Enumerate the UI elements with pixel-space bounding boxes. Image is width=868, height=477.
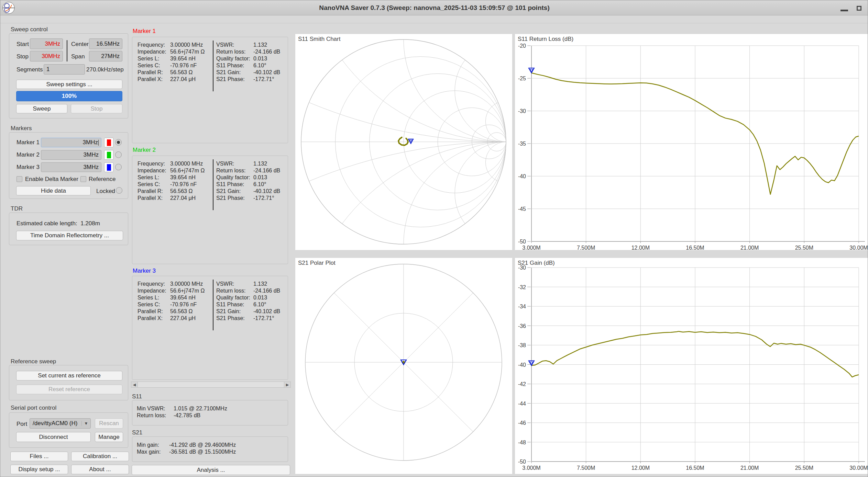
disconnect-button[interactable]: Disconnect	[16, 432, 91, 442]
span-input[interactable]: 27MHz	[89, 51, 122, 61]
span-label: Span	[71, 53, 85, 60]
marker-data-row: Series C:-70.976 nF	[138, 302, 197, 308]
segments-label: Segments	[17, 66, 43, 73]
marker3-frequency-input[interactable]: 3MHz	[41, 162, 101, 172]
analysis-button[interactable]: Analysis ...	[132, 465, 290, 475]
s21-group-label: S21	[132, 429, 142, 436]
segments-input[interactable]: 1	[44, 64, 85, 75]
s21-max-gain-row: Max gain:-36.581 dB @ 15.1500MHz	[137, 449, 236, 456]
scroll-right-icon[interactable]: ▶	[284, 382, 290, 387]
s11-return-loss-value: -42.785 dB	[174, 412, 200, 418]
svg-text:-40: -40	[518, 362, 526, 368]
cable-length-value: 1.208m	[80, 220, 100, 227]
center-input[interactable]: 16.5MHz	[89, 38, 122, 49]
svg-text:16.50M: 16.50M	[686, 245, 704, 250]
marker-data-row: Impedance:56.6+j747m Ω	[138, 49, 205, 56]
start-label: Start	[17, 41, 29, 48]
stop-label: Stop	[17, 53, 29, 60]
marker1-color-button[interactable]	[104, 138, 113, 147]
divider	[213, 159, 213, 210]
hide-data-button[interactable]: Hide data	[16, 186, 91, 195]
s21-polar-plot-chart[interactable]	[295, 258, 512, 474]
svg-text:-40: -40	[518, 173, 526, 179]
reference-checkbox[interactable]	[80, 176, 86, 182]
svg-text:-36: -36	[518, 323, 526, 329]
marker-data-row: Series C:-70.976 nF	[138, 63, 197, 69]
svg-text:-48: -48	[518, 440, 526, 445]
marker-data-row: Quality factor:0.013	[216, 174, 267, 181]
about-button[interactable]: About ...	[71, 465, 129, 474]
s11-return-loss-row: Return loss:-42.785 dB	[137, 412, 200, 419]
s11-return-loss-chart[interactable]: 3.000M7.500M12.00M16.50M21.00M25.50M30.0…	[515, 34, 868, 250]
port-select-value: /dev/ttyACM0 (H)	[30, 420, 81, 427]
divider	[0, 23, 868, 23]
enable-delta-marker-checkbox[interactable]	[17, 176, 22, 182]
svg-text:-50: -50	[518, 459, 526, 465]
set-reference-button[interactable]: Set current as reference	[16, 371, 122, 381]
calibration-button[interactable]: Calibration ...	[71, 452, 129, 461]
rescan-button[interactable]: Rescan	[95, 418, 123, 429]
s21-polar-plot-panel[interactable]: S21 Polar Plot	[295, 258, 512, 474]
marker-data-row: Frequency:3.00000 MHz	[138, 161, 203, 168]
s11-smith-chart-panel[interactable]: S11 Smith Chart	[295, 34, 512, 250]
svg-text:7.500M: 7.500M	[577, 465, 595, 471]
marker1-frequency-input[interactable]: 3MHz	[41, 138, 101, 147]
marker2-active-radio[interactable]	[115, 151, 122, 158]
marker-data-row: Series C:-70.976 nF	[138, 181, 197, 188]
minimize-button[interactable]	[840, 4, 849, 13]
marker1-panel: Frequency:3.00000 MHzImpedance:56.6+j747…	[132, 37, 288, 143]
marker-data-row: Parallel R:56.563 Ω	[138, 69, 193, 76]
serial-port-group	[9, 412, 128, 448]
s11-return-loss-panel[interactable]: S11 Return Loss (dB) 3.000M7.500M12.00M1…	[515, 34, 868, 250]
start-input[interactable]: 3MHz	[30, 38, 63, 49]
svg-text:-32: -32	[518, 284, 526, 290]
manage-button[interactable]: Manage	[95, 432, 123, 442]
tdr-group-label: TDR	[11, 205, 23, 212]
marker2-frequency-input[interactable]: 3MHz	[41, 150, 101, 160]
marker-column-scrollbar[interactable]: ◀ ▶	[131, 382, 291, 388]
marker1-label: Marker 1	[17, 139, 40, 146]
svg-text:-25: -25	[518, 76, 526, 81]
marker-data-row: Impedance:56.6+j747m Ω	[138, 168, 205, 174]
sweep-button[interactable]: Sweep	[16, 104, 67, 113]
stop-input[interactable]: 30MHz	[30, 51, 63, 61]
marker1-active-radio[interactable]	[115, 139, 122, 146]
svg-text:-35: -35	[518, 141, 526, 147]
marker-data-row: Frequency:3.00000 MHz	[138, 42, 203, 49]
scrollbar-thumb[interactable]	[138, 382, 284, 387]
marker-data-row: VSWR:1.132	[216, 161, 267, 168]
marker2-panel: Frequency:3.00000 MHzImpedance:56.6+j747…	[132, 156, 288, 264]
chevron-down-icon: ▼	[81, 421, 90, 426]
marker3-active-radio[interactable]	[115, 164, 122, 170]
marker-data-row: VSWR:1.132	[216, 42, 267, 49]
tdr-button[interactable]: Time Domain Reflectometry ...	[16, 231, 123, 240]
marker-data-row: S21 Phase:-172.71°	[216, 195, 274, 202]
reference-label: Reference	[89, 176, 116, 183]
marker-data-row: S21 Phase:-172.71°	[216, 76, 274, 83]
svg-text:21.00M: 21.00M	[740, 245, 759, 250]
reset-reference-button[interactable]: Reset reference	[16, 385, 122, 394]
locked-radio[interactable]	[116, 187, 122, 194]
s11-smith-chart[interactable]	[295, 34, 512, 250]
marker3-color-button[interactable]	[104, 162, 113, 172]
port-select[interactable]: /dev/ttyACM0 (H) ▼	[30, 418, 91, 429]
reference-sweep-group-label: Reference sweep	[11, 358, 56, 365]
s11-group-label: S11	[132, 393, 142, 400]
display-setup-button[interactable]: Display setup ...	[10, 465, 68, 474]
stop-button[interactable]: Stop	[71, 104, 122, 113]
s21-gain-chart[interactable]: 3.000M7.500M12.00M16.50M21.00M25.50M30.0…	[515, 258, 868, 474]
marker-data-row: Parallel R:56.563 Ω	[138, 308, 193, 315]
sweep-settings-button[interactable]: Sweep settings ...	[16, 80, 122, 89]
maximize-button[interactable]	[855, 4, 864, 13]
step-size-text: 270.0kHz/step	[86, 66, 123, 73]
svg-text:30.00M: 30.00M	[849, 245, 868, 250]
svg-text:21.00M: 21.00M	[740, 465, 759, 471]
marker2-color-button[interactable]	[104, 150, 113, 160]
marker2-panel-title: Marker 2	[133, 147, 156, 154]
maximize-icon	[857, 6, 861, 11]
files-button[interactable]: Files ...	[10, 452, 68, 461]
s21-gain-panel[interactable]: S21 Gain (dB) 3.000M7.500M12.00M16.50M21…	[515, 258, 868, 474]
scroll-left-icon[interactable]: ◀	[131, 382, 138, 387]
marker-data-row: Return loss:-24.166 dB	[216, 49, 280, 56]
svg-text:7.500M: 7.500M	[577, 245, 595, 250]
